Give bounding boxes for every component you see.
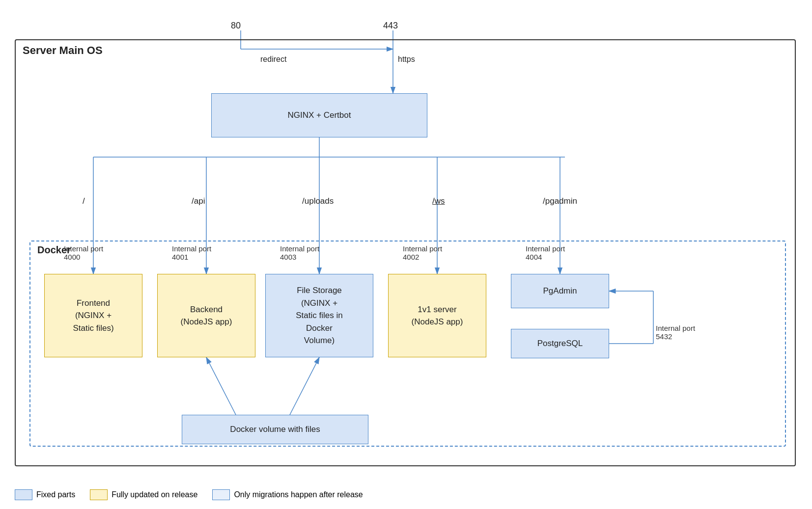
iport-4003-label: Internal port 4003 xyxy=(280,244,319,261)
route-slash-label: / xyxy=(83,196,85,206)
diagram-container: Server Main OS 80 443 redirect https NGI… xyxy=(0,0,812,509)
postgresql-box: PostgreSQL xyxy=(511,329,609,358)
server-os-label: Server Main OS xyxy=(23,44,103,57)
legend-box-updated xyxy=(90,489,108,500)
legend-updated: Fully updated on release xyxy=(90,489,197,500)
frontend-box: Frontend (NGINX + Static files) xyxy=(44,274,142,357)
route-pgadmin-label: /pgadmin xyxy=(543,196,577,206)
iport-4000-label: Internal port 4000 xyxy=(64,244,103,261)
iport-4002-label: Internal port 4002 xyxy=(403,244,442,261)
legend-fixed: Fixed parts xyxy=(15,489,75,500)
frontend-label: Frontend (NGINX + Static files) xyxy=(73,297,113,335)
port-443-label: 443 xyxy=(383,21,398,31)
port-80-label: 80 xyxy=(231,21,241,31)
postgresql-label: PostgreSQL xyxy=(537,337,583,350)
pgadmin-box: PgAdmin xyxy=(511,274,609,308)
server1v1-box: 1v1 server (NodeJS app) xyxy=(388,274,486,357)
legend: Fixed parts Fully updated on release Onl… xyxy=(15,489,363,500)
route-api-label: /api xyxy=(192,196,205,206)
legend-box-migrations xyxy=(212,489,230,500)
nginx-certbot-label: NGINX + Certbot xyxy=(288,109,351,122)
nginx-certbot-box: NGINX + Certbot xyxy=(211,93,427,137)
dockervol-label: Docker volume with files xyxy=(230,423,320,436)
legend-updated-label: Fully updated on release xyxy=(112,490,197,499)
legend-box-fixed xyxy=(15,489,32,500)
route-uploads-label: /uploads xyxy=(302,196,334,206)
legend-migrations-label: Only migrations happen after release xyxy=(234,490,363,499)
dockervol-box: Docker volume with files xyxy=(182,415,368,444)
legend-fixed-label: Fixed parts xyxy=(36,490,75,499)
filestorage-box: File Storage (NGINX + Static files in Do… xyxy=(265,274,373,357)
backend-label: Backend (NodeJS app) xyxy=(181,303,232,328)
iport-4001-label: Internal port 4001 xyxy=(172,244,211,261)
route-ws-label: /ws xyxy=(432,196,445,206)
iport-4004-label: Internal port 4004 xyxy=(526,244,565,261)
pgadmin-label: PgAdmin xyxy=(543,285,577,297)
filestorage-label: File Storage (NGINX + Static files in Do… xyxy=(296,284,342,347)
backend-box: Backend (NodeJS app) xyxy=(157,274,255,357)
redirect-label: redirect xyxy=(260,55,286,64)
legend-migrations: Only migrations happen after release xyxy=(212,489,363,500)
server1v1-label: 1v1 server (NodeJS app) xyxy=(412,303,463,328)
iport-5432-label: Internal port 5432 xyxy=(656,324,695,341)
https-label: https xyxy=(398,55,415,64)
